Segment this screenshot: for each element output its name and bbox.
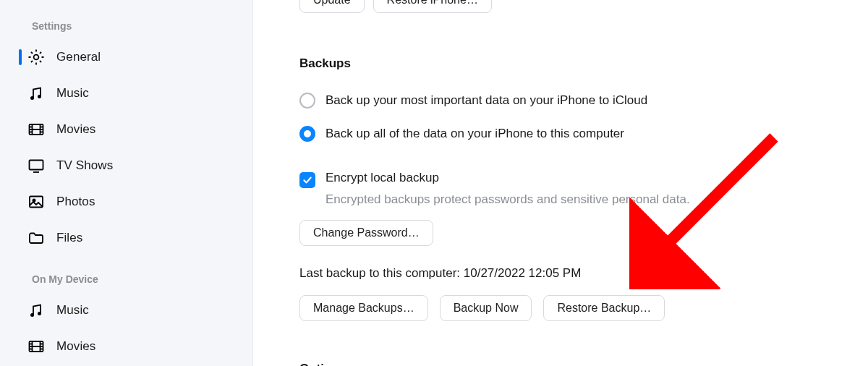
restore-backup-button[interactable]: Restore Backup… bbox=[543, 295, 665, 321]
sidebar-heading-device: On My Device bbox=[0, 268, 252, 292]
sidebar-item-photos[interactable]: Photos bbox=[0, 184, 252, 220]
sidebar-heading-settings: Settings bbox=[0, 14, 252, 39]
sidebar-item-files[interactable]: Files bbox=[0, 220, 252, 256]
update-button[interactable]: Update bbox=[299, 0, 365, 13]
backup-option-icloud[interactable]: Back up your most important data on your… bbox=[299, 93, 868, 108]
radio-unselected-icon[interactable] bbox=[299, 93, 315, 108]
photos-icon bbox=[27, 193, 56, 210]
movies-icon bbox=[27, 338, 56, 355]
manage-backups-button[interactable]: Manage Backups… bbox=[299, 295, 428, 321]
sidebar-item-label: Music bbox=[56, 303, 89, 318]
music-icon bbox=[27, 302, 56, 319]
checkbox-checked-icon[interactable] bbox=[299, 172, 315, 188]
folder-icon bbox=[27, 229, 56, 247]
sidebar-item-general[interactable]: General bbox=[0, 39, 252, 75]
movies-icon bbox=[27, 121, 56, 138]
sidebar-item-label: Music bbox=[56, 86, 89, 101]
radio-label: Back up all of the data on your iPhone t… bbox=[326, 127, 624, 141]
annotation-arrow-icon bbox=[629, 130, 788, 289]
main-panel: Update Restore iPhone… Backups Back up y… bbox=[253, 0, 868, 366]
sidebar-item-movies[interactable]: Movies bbox=[0, 111, 252, 148]
radio-selected-icon[interactable] bbox=[299, 126, 315, 142]
backups-title: Backups bbox=[299, 56, 868, 71]
encrypt-description: Encrypted backups protect passwords and … bbox=[326, 192, 868, 207]
svg-rect-9 bbox=[30, 161, 43, 170]
restore-iphone-button[interactable]: Restore iPhone… bbox=[373, 0, 492, 13]
change-password-button[interactable]: Change Password… bbox=[299, 220, 433, 246]
last-backup-text: Last backup to this computer: 10/27/2022… bbox=[299, 266, 868, 281]
radio-label: Back up your most important data on your… bbox=[326, 93, 647, 108]
tv-icon bbox=[27, 157, 56, 174]
sidebar-item-label: General bbox=[56, 50, 101, 64]
sidebar-item-label: Movies bbox=[56, 122, 95, 137]
svg-point-0 bbox=[34, 55, 39, 60]
gear-icon bbox=[27, 48, 56, 66]
sidebar-item-label: Movies bbox=[56, 339, 95, 354]
sidebar-item-label: TV Shows bbox=[56, 158, 113, 173]
sidebar-item-device-movies[interactable]: Movies bbox=[0, 328, 252, 365]
sidebar-item-device-music[interactable]: Music bbox=[0, 292, 252, 328]
sidebar-item-music[interactable]: Music bbox=[0, 75, 252, 111]
sidebar: Settings General Music bbox=[0, 0, 253, 366]
encrypt-checkbox-row[interactable]: Encrypt local backup bbox=[299, 171, 868, 188]
sidebar-item-label: Photos bbox=[56, 195, 95, 209]
backup-actions-row: Manage Backups… Backup Now Restore Backu… bbox=[299, 295, 868, 321]
music-icon bbox=[27, 85, 56, 102]
sidebar-item-tvshows[interactable]: TV Shows bbox=[0, 148, 252, 184]
options-title: Options bbox=[299, 362, 868, 366]
backup-option-computer[interactable]: Back up all of the data on your iPhone t… bbox=[299, 126, 868, 142]
partial-button-row: Update Restore iPhone… bbox=[299, 0, 868, 13]
sidebar-item-label: Files bbox=[56, 231, 82, 245]
checkbox-label: Encrypt local backup bbox=[326, 171, 439, 185]
backup-now-button[interactable]: Backup Now bbox=[440, 295, 532, 321]
